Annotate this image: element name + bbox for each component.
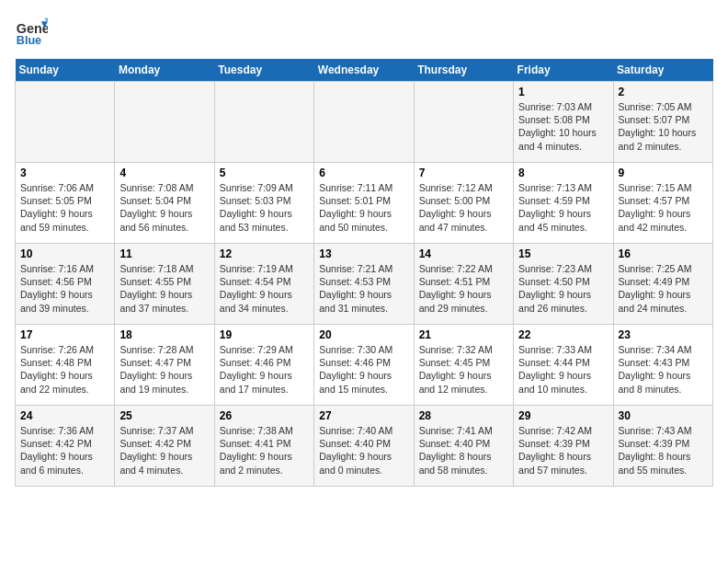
day-number: 13 bbox=[319, 247, 408, 260]
calendar-header: SundayMondayTuesdayWednesdayThursdayFrid… bbox=[16, 59, 713, 82]
day-number: 3 bbox=[20, 167, 109, 179]
day-info: Sunrise: 7:13 AM Sunset: 4:59 PM Dayligh… bbox=[518, 181, 608, 234]
header-cell-monday: Monday bbox=[115, 59, 214, 82]
day-number: 11 bbox=[119, 247, 209, 260]
header-cell-saturday: Saturday bbox=[613, 59, 712, 82]
day-number: 15 bbox=[518, 247, 608, 260]
day-info: Sunrise: 7:40 AM Sunset: 4:40 PM Dayligh… bbox=[319, 424, 408, 477]
calendar-cell: 14Sunrise: 7:22 AM Sunset: 4:51 PM Dayli… bbox=[414, 244, 513, 325]
day-info: Sunrise: 7:25 AM Sunset: 4:49 PM Dayligh… bbox=[619, 262, 708, 315]
day-number: 25 bbox=[119, 409, 209, 422]
calendar-cell: 23Sunrise: 7:34 AM Sunset: 4:43 PM Dayli… bbox=[613, 325, 712, 406]
calendar-cell: 10Sunrise: 7:16 AM Sunset: 4:56 PM Dayli… bbox=[16, 244, 115, 325]
day-info: Sunrise: 7:12 AM Sunset: 5:00 PM Dayligh… bbox=[419, 181, 508, 234]
day-number: 24 bbox=[20, 409, 109, 422]
header-cell-wednesday: Wednesday bbox=[314, 59, 414, 82]
calendar-cell: 18Sunrise: 7:28 AM Sunset: 4:47 PM Dayli… bbox=[115, 325, 214, 406]
day-number: 26 bbox=[220, 409, 309, 422]
week-row-4: 17Sunrise: 7:26 AM Sunset: 4:48 PM Dayli… bbox=[16, 325, 713, 406]
day-number: 2 bbox=[619, 86, 708, 98]
calendar-cell: 22Sunrise: 7:33 AM Sunset: 4:44 PM Dayli… bbox=[514, 325, 613, 406]
day-number: 23 bbox=[619, 328, 708, 341]
calendar-body: 1Sunrise: 7:03 AM Sunset: 5:08 PM Daylig… bbox=[16, 82, 713, 487]
day-info: Sunrise: 7:29 AM Sunset: 4:46 PM Dayligh… bbox=[220, 343, 309, 396]
calendar-cell: 27Sunrise: 7:40 AM Sunset: 4:40 PM Dayli… bbox=[314, 406, 414, 487]
calendar-cell: 9Sunrise: 7:15 AM Sunset: 4:57 PM Daylig… bbox=[613, 163, 712, 244]
calendar-cell: 30Sunrise: 7:43 AM Sunset: 4:39 PM Dayli… bbox=[613, 406, 712, 487]
calendar-cell: 4Sunrise: 7:08 AM Sunset: 5:04 PM Daylig… bbox=[115, 163, 214, 244]
day-number: 4 bbox=[119, 167, 209, 179]
header-cell-sunday: Sunday bbox=[16, 59, 115, 82]
day-number: 21 bbox=[419, 328, 508, 341]
svg-text:Blue: Blue bbox=[17, 34, 41, 47]
calendar-cell: 2Sunrise: 7:05 AM Sunset: 5:07 PM Daylig… bbox=[613, 82, 712, 163]
day-number: 9 bbox=[619, 167, 708, 179]
calendar-cell: 3Sunrise: 7:06 AM Sunset: 5:05 PM Daylig… bbox=[16, 163, 115, 244]
calendar-cell: 13Sunrise: 7:21 AM Sunset: 4:53 PM Dayli… bbox=[314, 244, 414, 325]
day-number: 22 bbox=[518, 328, 608, 341]
day-info: Sunrise: 7:41 AM Sunset: 4:40 PM Dayligh… bbox=[419, 424, 508, 477]
calendar-cell: 19Sunrise: 7:29 AM Sunset: 4:46 PM Dayli… bbox=[214, 325, 313, 406]
calendar-cell: 8Sunrise: 7:13 AM Sunset: 4:59 PM Daylig… bbox=[514, 163, 613, 244]
week-row-2: 3Sunrise: 7:06 AM Sunset: 5:05 PM Daylig… bbox=[16, 163, 713, 244]
day-info: Sunrise: 7:34 AM Sunset: 4:43 PM Dayligh… bbox=[619, 343, 708, 396]
header-cell-thursday: Thursday bbox=[414, 59, 513, 82]
calendar-cell: 1Sunrise: 7:03 AM Sunset: 5:08 PM Daylig… bbox=[514, 82, 613, 163]
day-number: 27 bbox=[319, 409, 408, 422]
day-info: Sunrise: 7:06 AM Sunset: 5:05 PM Dayligh… bbox=[20, 181, 109, 234]
header: General Blue bbox=[15, 15, 713, 48]
week-row-1: 1Sunrise: 7:03 AM Sunset: 5:08 PM Daylig… bbox=[16, 82, 713, 163]
logo: General Blue bbox=[15, 15, 51, 48]
day-info: Sunrise: 7:33 AM Sunset: 4:44 PM Dayligh… bbox=[518, 343, 608, 396]
day-info: Sunrise: 7:42 AM Sunset: 4:39 PM Dayligh… bbox=[518, 424, 608, 477]
day-info: Sunrise: 7:09 AM Sunset: 5:03 PM Dayligh… bbox=[220, 181, 309, 234]
day-info: Sunrise: 7:11 AM Sunset: 5:01 PM Dayligh… bbox=[319, 181, 408, 234]
day-info: Sunrise: 7:08 AM Sunset: 5:04 PM Dayligh… bbox=[119, 181, 209, 234]
day-number: 10 bbox=[20, 247, 109, 260]
day-info: Sunrise: 7:30 AM Sunset: 4:46 PM Dayligh… bbox=[319, 343, 408, 396]
calendar-cell: 20Sunrise: 7:30 AM Sunset: 4:46 PM Dayli… bbox=[314, 325, 414, 406]
calendar-cell: 15Sunrise: 7:23 AM Sunset: 4:50 PM Dayli… bbox=[514, 244, 613, 325]
calendar-cell bbox=[16, 82, 115, 163]
calendar-cell: 24Sunrise: 7:36 AM Sunset: 4:42 PM Dayli… bbox=[16, 406, 115, 487]
day-number: 17 bbox=[20, 328, 109, 341]
day-info: Sunrise: 7:37 AM Sunset: 4:42 PM Dayligh… bbox=[119, 424, 209, 477]
day-info: Sunrise: 7:43 AM Sunset: 4:39 PM Dayligh… bbox=[619, 424, 708, 477]
calendar-cell: 11Sunrise: 7:18 AM Sunset: 4:55 PM Dayli… bbox=[115, 244, 214, 325]
day-info: Sunrise: 7:21 AM Sunset: 4:53 PM Dayligh… bbox=[319, 262, 408, 315]
header-row: SundayMondayTuesdayWednesdayThursdayFrid… bbox=[16, 59, 713, 82]
day-info: Sunrise: 7:28 AM Sunset: 4:47 PM Dayligh… bbox=[119, 343, 209, 396]
day-number: 1 bbox=[518, 86, 608, 98]
day-info: Sunrise: 7:18 AM Sunset: 4:55 PM Dayligh… bbox=[119, 262, 209, 315]
calendar-cell: 12Sunrise: 7:19 AM Sunset: 4:54 PM Dayli… bbox=[214, 244, 313, 325]
day-number: 7 bbox=[419, 167, 508, 179]
week-row-5: 24Sunrise: 7:36 AM Sunset: 4:42 PM Dayli… bbox=[16, 406, 713, 487]
day-info: Sunrise: 7:23 AM Sunset: 4:50 PM Dayligh… bbox=[518, 262, 608, 315]
day-number: 5 bbox=[220, 167, 309, 179]
day-number: 30 bbox=[619, 409, 708, 422]
day-info: Sunrise: 7:38 AM Sunset: 4:41 PM Dayligh… bbox=[220, 424, 309, 477]
calendar-cell bbox=[314, 82, 414, 163]
calendar-cell: 17Sunrise: 7:26 AM Sunset: 4:48 PM Dayli… bbox=[16, 325, 115, 406]
calendar-cell bbox=[214, 82, 313, 163]
header-cell-tuesday: Tuesday bbox=[214, 59, 313, 82]
day-number: 16 bbox=[619, 247, 708, 260]
day-number: 19 bbox=[220, 328, 309, 341]
day-info: Sunrise: 7:22 AM Sunset: 4:51 PM Dayligh… bbox=[419, 262, 508, 315]
calendar-cell: 21Sunrise: 7:32 AM Sunset: 4:45 PM Dayli… bbox=[414, 325, 513, 406]
day-info: Sunrise: 7:15 AM Sunset: 4:57 PM Dayligh… bbox=[619, 181, 708, 234]
day-number: 20 bbox=[319, 328, 408, 341]
calendar-cell: 16Sunrise: 7:25 AM Sunset: 4:49 PM Dayli… bbox=[613, 244, 712, 325]
calendar-cell: 28Sunrise: 7:41 AM Sunset: 4:40 PM Dayli… bbox=[414, 406, 513, 487]
calendar-table: SundayMondayTuesdayWednesdayThursdayFrid… bbox=[15, 59, 713, 487]
day-info: Sunrise: 7:16 AM Sunset: 4:56 PM Dayligh… bbox=[20, 262, 109, 315]
day-info: Sunrise: 7:26 AM Sunset: 4:48 PM Dayligh… bbox=[20, 343, 109, 396]
week-row-3: 10Sunrise: 7:16 AM Sunset: 4:56 PM Dayli… bbox=[16, 244, 713, 325]
logo-icon: General Blue bbox=[15, 15, 48, 48]
day-number: 28 bbox=[419, 409, 508, 422]
calendar-cell: 6Sunrise: 7:11 AM Sunset: 5:01 PM Daylig… bbox=[314, 163, 414, 244]
day-info: Sunrise: 7:32 AM Sunset: 4:45 PM Dayligh… bbox=[419, 343, 508, 396]
calendar-cell bbox=[115, 82, 214, 163]
day-number: 8 bbox=[518, 167, 608, 179]
header-cell-friday: Friday bbox=[514, 59, 613, 82]
